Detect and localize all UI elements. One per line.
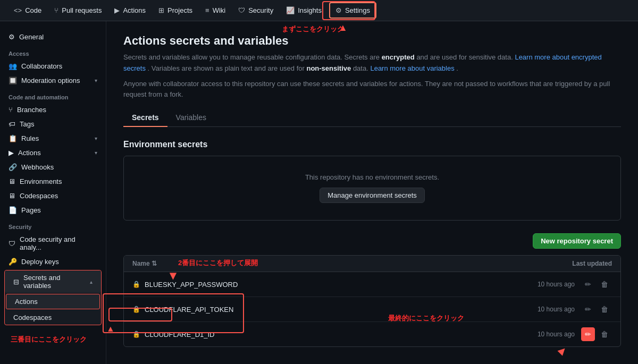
sidebar-item-deploy-keys[interactable]: 🔑 Deploy keys xyxy=(0,255,106,269)
top-nav: <> Code ⑂ Pull requests ▶ Actions ⊞ Proj… xyxy=(0,0,638,21)
shield-icon: 🛡 xyxy=(9,240,15,248)
sidebar-item-general[interactable]: ⚙ General xyxy=(0,30,106,44)
new-repo-secret-button[interactable]: New repository secret xyxy=(533,233,621,249)
main-content: Actions secrets and variables Secrets an… xyxy=(106,21,638,364)
sidebar-item-pages[interactable]: 📄 Pages xyxy=(0,203,106,217)
secret-name-cloudflare-d1: 🔒 CLOUDFLARE_D1_ID xyxy=(132,331,538,338)
nav-actions[interactable]: ▶ Actions xyxy=(109,3,151,18)
sidebar-item-actions[interactable]: ▶ Actions ▾ xyxy=(0,146,106,160)
sidebar-item-tags[interactable]: 🏷 Tags xyxy=(0,117,106,131)
secrets-table-header: Name ⇅ Last updated xyxy=(124,256,620,272)
sidebar-item-environments[interactable]: 🖥 Environments xyxy=(0,174,106,189)
learn-more-variables-link[interactable]: Learn more about variables xyxy=(370,64,454,72)
chevron-down-icon: ▾ xyxy=(95,150,97,156)
edit-bluesky-button[interactable]: ✏ xyxy=(581,277,595,291)
rules-icon: 📋 xyxy=(9,134,17,142)
secret-icon: ⊟ xyxy=(13,278,19,286)
env-secrets-empty-msg: This repository has no environment secre… xyxy=(141,173,603,181)
sidebar-item-secrets-and-variables[interactable]: ⊟ Secrets and variables ▴ xyxy=(5,270,101,293)
table-row: 🔒 BLUESKY_APP_PASSWORD 10 hours ago ✏ 🗑 xyxy=(124,272,620,297)
nav-projects[interactable]: ⊞ Projects xyxy=(153,3,198,18)
secret-updated-cloudflare-api: 10 hours ago xyxy=(538,306,575,313)
sidebar-item-rules[interactable]: 📋 Rules ▾ xyxy=(0,131,106,146)
sidebar-item-branches[interactable]: ⑂ Branches xyxy=(0,103,106,117)
insights-icon: 📈 xyxy=(286,6,295,14)
actions-icon: ▶ xyxy=(114,6,120,14)
delete-bluesky-button[interactable]: 🗑 xyxy=(597,277,612,291)
codespaces-icon: 🖥 xyxy=(9,192,15,200)
webhook-icon: 🔗 xyxy=(9,163,17,171)
chevron-up-icon: ▴ xyxy=(90,279,93,285)
secret-name-bluesky: 🔒 BLUESKY_APP_PASSWORD xyxy=(132,281,538,289)
lock-icon: 🔒 xyxy=(132,281,140,288)
edit-cloudflare-d1-button[interactable]: ✏ xyxy=(581,327,595,341)
delete-cloudflare-d1-button[interactable]: 🗑 xyxy=(597,327,612,341)
pages-icon: 📄 xyxy=(9,206,17,214)
key-icon: 🔑 xyxy=(9,258,17,266)
sidebar-secrets-variables-container: ⊟ Secrets and variables ▴ Actions Codesp… xyxy=(4,270,102,325)
secret-actions-cloudflare-api: ✏ 🗑 xyxy=(581,302,612,316)
branch-icon: ⑂ xyxy=(9,106,13,114)
col-updated-header: Last updated xyxy=(572,260,612,267)
delete-cloudflare-api-button[interactable]: 🗑 xyxy=(597,302,612,316)
nav-insights[interactable]: 📈 Insights xyxy=(281,3,327,18)
secret-actions-bluesky: ✏ 🗑 xyxy=(581,277,612,291)
sidebar: ⚙ General Access 👥 Collaborators 🔲 Moder… xyxy=(0,21,106,364)
chevron-down-icon: ▾ xyxy=(95,78,97,83)
moderation-icon: 🔲 xyxy=(9,77,17,84)
security-icon: 🛡 xyxy=(238,6,245,14)
gear-icon: ⚙ xyxy=(9,33,15,41)
sidebar-item-collaborators[interactable]: 👥 Collaborators xyxy=(0,59,106,73)
sidebar-item-moderation[interactable]: 🔲 Moderation options ▾ xyxy=(0,73,106,88)
edit-cloudflare-api-button[interactable]: ✏ xyxy=(581,302,595,316)
chevron-down-icon: ▾ xyxy=(95,136,97,141)
tab-secrets[interactable]: Secrets xyxy=(123,109,167,127)
pull-request-icon: ⑂ xyxy=(54,6,58,14)
code-automation-section-label: Code and automation xyxy=(0,88,106,103)
page-title: Actions secrets and variables xyxy=(123,34,621,48)
table-row: 🔒 CLOUDFLARE_D1_ID 10 hours ago ✏ 🗑 xyxy=(124,322,620,346)
env-secrets-title: Environment secrets xyxy=(123,140,621,149)
sidebar-item-webhooks[interactable]: 🔗 Webhooks xyxy=(0,160,106,174)
tab-variables[interactable]: Variables xyxy=(167,109,215,127)
tag-icon: 🏷 xyxy=(9,120,15,128)
secrets-variables-tabs: Secrets Variables xyxy=(123,109,621,127)
access-section-label: Access xyxy=(0,44,106,59)
lock-icon: 🔒 xyxy=(132,331,140,338)
secret-updated-bluesky: 10 hours ago xyxy=(538,281,575,288)
table-row: 🔒 CLOUDFLARE_API_TOKEN 10 hours ago ✏ 🗑 xyxy=(124,297,620,322)
nav-security[interactable]: 🛡 Security xyxy=(233,3,279,18)
sidebar-item-codespaces-sub[interactable]: Codespaces xyxy=(5,310,101,325)
nav-settings[interactable]: ⚙ Settings xyxy=(329,2,376,19)
sidebar-item-codespaces[interactable]: 🖥 Codespaces xyxy=(0,189,106,203)
lock-icon: 🔒 xyxy=(132,306,140,313)
nav-code[interactable]: <> Code xyxy=(9,3,47,18)
nav-wiki[interactable]: ≡ Wiki xyxy=(200,3,231,18)
security-section-label: Security xyxy=(0,217,106,232)
environment-icon: 🖥 xyxy=(9,177,15,185)
env-secrets-box: This repository has no environment secre… xyxy=(123,156,621,221)
page-description-2: Anyone with collaborator access to this … xyxy=(123,79,621,101)
page-description: Secrets and variables allow you to manag… xyxy=(123,52,621,74)
actions-side-icon: ▶ xyxy=(9,149,14,157)
manage-env-secrets-button[interactable]: Manage environment secrets xyxy=(320,188,425,203)
code-icon: <> xyxy=(14,6,22,14)
repo-secrets-header: New repository secret xyxy=(123,233,621,249)
nav-pull-requests[interactable]: ⑂ Pull requests xyxy=(49,3,107,18)
wiki-icon: ≡ xyxy=(205,6,209,14)
projects-icon: ⊞ xyxy=(158,6,164,14)
person-icon: 👥 xyxy=(9,62,17,70)
main-layout: ⚙ General Access 👥 Collaborators 🔲 Moder… xyxy=(0,21,638,364)
secret-name-cloudflare-api: 🔒 CLOUDFLARE_API_TOKEN xyxy=(132,306,538,314)
settings-icon: ⚙ xyxy=(335,6,342,14)
secret-actions-cloudflare-d1: ✏ 🗑 xyxy=(581,327,612,341)
sidebar-item-code-security[interactable]: 🛡 Code security and analy... xyxy=(0,232,106,255)
sidebar-item-actions-sub[interactable]: Actions xyxy=(6,294,100,309)
secrets-table: Name ⇅ Last updated 🔒 BLUESKY_APP_PASSWO… xyxy=(123,255,621,347)
secret-updated-cloudflare-d1: 10 hours ago xyxy=(538,331,575,338)
col-name-header: Name ⇅ xyxy=(132,260,157,267)
